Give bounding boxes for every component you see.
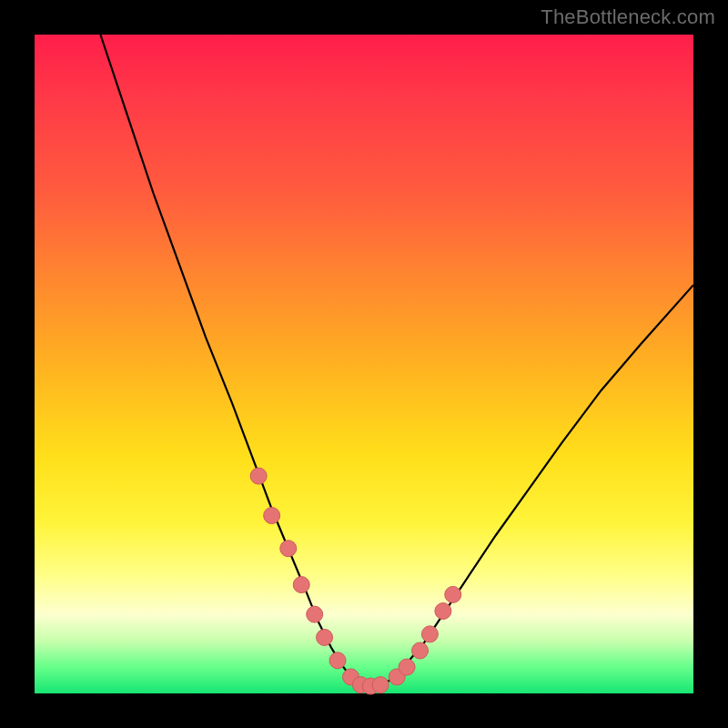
watermark-text: TheBottleneck.com [541, 5, 715, 29]
data-marker [293, 577, 309, 593]
plot-area [35, 35, 693, 693]
data-marker [399, 659, 415, 675]
marker-group [250, 468, 461, 694]
chart-frame: TheBottleneck.com [0, 0, 728, 728]
data-marker [317, 629, 333, 645]
data-marker [264, 508, 280, 524]
data-marker [445, 586, 461, 602]
data-marker [307, 606, 323, 622]
data-marker [412, 642, 429, 659]
data-marker [372, 677, 389, 693]
data-marker [421, 626, 438, 642]
data-marker [280, 541, 297, 557]
data-marker [329, 652, 346, 669]
bottleneck-curve [100, 35, 693, 687]
data-marker [250, 468, 267, 484]
chart-svg [35, 35, 693, 693]
data-marker [435, 603, 451, 620]
